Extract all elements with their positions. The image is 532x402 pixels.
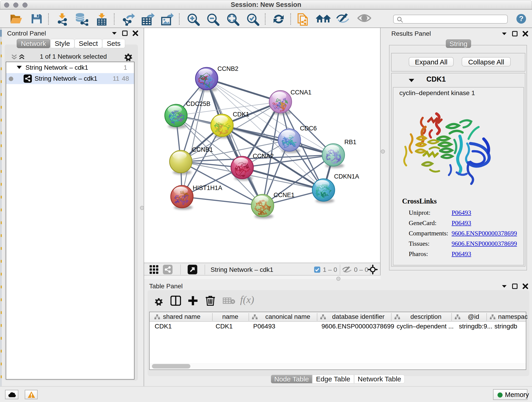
svg-text:HIST1H1A: HIST1H1A bbox=[193, 185, 222, 191]
svg-text:CDK1: CDK1 bbox=[233, 111, 249, 118]
svg-text:CCNB1: CCNB1 bbox=[192, 146, 213, 153]
svg-text:CDKN1A: CDKN1A bbox=[334, 173, 359, 180]
svg-text:CCNA2: CCNA2 bbox=[253, 153, 274, 160]
svg-text:CCNE1: CCNE1 bbox=[273, 191, 295, 198]
svg-text:CDC6: CDC6 bbox=[300, 125, 317, 132]
svg-text:?: ? bbox=[519, 14, 524, 23]
svg-text:CCNA1: CCNA1 bbox=[291, 89, 312, 96]
svg-text:CDC25B: CDC25B bbox=[186, 100, 210, 107]
svg-text:RB1: RB1 bbox=[344, 139, 356, 146]
svg-text:CCNB2: CCNB2 bbox=[217, 65, 239, 72]
